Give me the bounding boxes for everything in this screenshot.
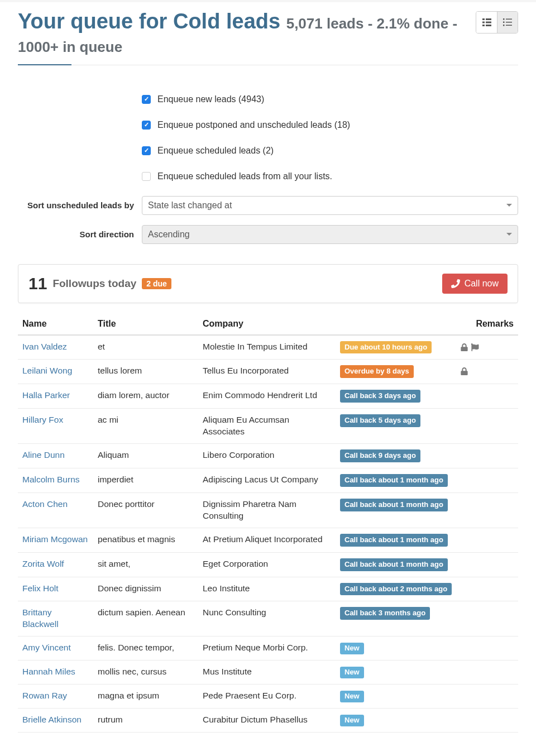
followups-panel: 11 Followups today 2 due Call now <box>18 264 518 303</box>
lead-name-link[interactable]: Rowan Ray <box>22 691 67 700</box>
checkbox-label-0: Enqueue new leads (4943) <box>157 94 264 104</box>
chevron-down-icon <box>506 204 512 207</box>
header-underline <box>18 64 71 65</box>
due-badge: 2 due <box>142 278 171 289</box>
page-header: Your queue for Cold leads 5,071 leads - … <box>18 10 518 65</box>
lead-name-link[interactable]: Hillary Fox <box>22 415 63 424</box>
table-row: Halla Parkerdiam lorem, auctorEnim Commo… <box>18 384 518 409</box>
lead-remarks <box>456 661 518 685</box>
lead-name-link[interactable]: Felix Holt <box>22 583 59 593</box>
filter-form: Enqueue new leads (4943)Enqueue postpone… <box>18 88 518 244</box>
checkbox-label-3: Enqueue scheduled leads from all your li… <box>157 171 332 181</box>
lead-remarks <box>456 528 518 552</box>
lead-name-link[interactable]: Halla Parker <box>22 390 70 400</box>
lead-status: Call back 5 days ago <box>336 409 456 444</box>
lead-name-link[interactable]: Aline Dunn <box>22 450 65 460</box>
lead-name-link[interactable]: Leilani Wong <box>22 366 72 375</box>
checkbox-0[interactable] <box>142 95 151 104</box>
svg-rect-0 <box>482 18 485 20</box>
lead-name-link[interactable]: Brittany Blackwell <box>22 607 59 629</box>
lead-remarks <box>456 360 518 384</box>
followups-count: 11 <box>28 274 47 293</box>
lead-company: Aliquam Eu Accumsan Associates <box>198 409 336 444</box>
lead-title: magna et ipsum <box>93 685 198 709</box>
th-company: Company <box>198 313 336 335</box>
status-badge: Call back about 1 month ago <box>340 558 448 571</box>
lock-icon <box>461 343 468 351</box>
list-icon <box>503 18 512 26</box>
table-row: Hillary Foxac miAliquam Eu Accumsan Asso… <box>18 409 518 444</box>
lead-remarks <box>456 601 518 637</box>
lead-name-link[interactable]: Brielle Atkinson <box>22 715 82 724</box>
lead-name-link[interactable]: Zorita Wolf <box>22 559 64 568</box>
grid-icon <box>482 18 491 26</box>
lead-title: diam lorem, auctor <box>93 384 198 409</box>
status-badge: New <box>340 667 364 678</box>
lead-title: rutrum <box>93 708 198 732</box>
checkbox-3[interactable] <box>142 172 151 181</box>
lead-title: penatibus et magnis <box>93 528 198 552</box>
th-title: Title <box>93 313 198 335</box>
lead-name-link[interactable]: Ivan Valdez <box>22 342 67 351</box>
svg-rect-7 <box>503 22 505 23</box>
lead-company: Nunc Consulting <box>198 601 336 637</box>
lead-status: New <box>336 708 456 732</box>
lead-name-link[interactable]: Amy Vincent <box>22 643 71 652</box>
call-now-button[interactable]: Call now <box>442 274 508 294</box>
status-badge: New <box>340 643 364 654</box>
lead-remarks <box>456 577 518 601</box>
lead-status: Call back about 1 month ago <box>336 528 456 552</box>
status-badge: Call back about 1 month ago <box>340 499 448 511</box>
lead-title: Aliquam <box>93 444 198 468</box>
lead-status: New <box>336 661 456 685</box>
sort-direction-select[interactable]: Ascending <box>142 225 518 244</box>
leads-table: Name Title Company Remarks Ivan Valdezet… <box>18 313 518 733</box>
sort-unscheduled-select[interactable]: State last changed at <box>142 196 518 215</box>
lead-remarks <box>456 708 518 732</box>
lead-status: Due about 10 hours ago <box>336 335 456 360</box>
table-row: Ivan ValdezetMolestie In Tempus LimitedD… <box>18 335 518 360</box>
th-status <box>336 313 456 335</box>
lead-title: Donec porttitor <box>93 492 198 528</box>
checkbox-2[interactable] <box>142 146 151 155</box>
lead-company: Dignissim Pharetra Nam Consulting <box>198 492 336 528</box>
svg-rect-5 <box>486 25 491 26</box>
lock-icon <box>461 367 468 375</box>
svg-rect-8 <box>503 25 505 26</box>
table-row: Felix HoltDonec dignissimLeo InstituteCa… <box>18 577 518 601</box>
status-badge: Call back 5 days ago <box>340 414 420 427</box>
lead-company: Pede Praesent Eu Corp. <box>198 685 336 709</box>
checkbox-1[interactable] <box>142 121 151 130</box>
sort-direction-value: Ascending <box>148 229 190 240</box>
lead-name-link[interactable]: Acton Chen <box>22 499 68 509</box>
followups-text: Followups today <box>52 277 136 290</box>
lead-status: Call back about 1 month ago <box>336 468 456 493</box>
svg-rect-4 <box>486 22 491 23</box>
status-badge: New <box>340 715 364 726</box>
phone-icon <box>451 279 460 288</box>
lead-remarks <box>456 492 518 528</box>
lead-status: Call back 9 days ago <box>336 444 456 468</box>
status-badge: Overdue by 8 days <box>340 365 414 378</box>
checkbox-label-2: Enqueue scheduled leads (2) <box>157 146 274 156</box>
svg-rect-10 <box>506 22 512 23</box>
lead-name-link[interactable]: Malcolm Burns <box>22 475 80 484</box>
view-grid-button[interactable] <box>476 12 497 33</box>
svg-rect-11 <box>506 25 512 26</box>
table-row: Leilani Wongtellus loremTellus Eu Incorp… <box>18 360 518 384</box>
chevron-down-icon <box>506 233 512 236</box>
title-prefix: Your queue for <box>18 9 173 33</box>
status-badge: Call back 3 months ago <box>340 607 430 620</box>
view-list-button[interactable] <box>497 12 518 33</box>
lead-company: Leo Institute <box>198 577 336 601</box>
checkbox-label-1: Enqueue postponed and unscheduled leads … <box>157 120 350 130</box>
lead-name-link[interactable]: Hannah Miles <box>22 667 75 676</box>
flag-icon <box>471 343 479 351</box>
status-badge: Call back 9 days ago <box>340 449 420 462</box>
lead-name-link[interactable]: Miriam Mcgowan <box>22 534 88 544</box>
call-now-label: Call now <box>465 279 499 289</box>
lead-title: mollis nec, cursus <box>93 661 198 685</box>
lead-remarks <box>456 444 518 468</box>
view-toggle <box>476 11 518 34</box>
lead-company: Tellus Eu Incorporated <box>198 360 336 384</box>
